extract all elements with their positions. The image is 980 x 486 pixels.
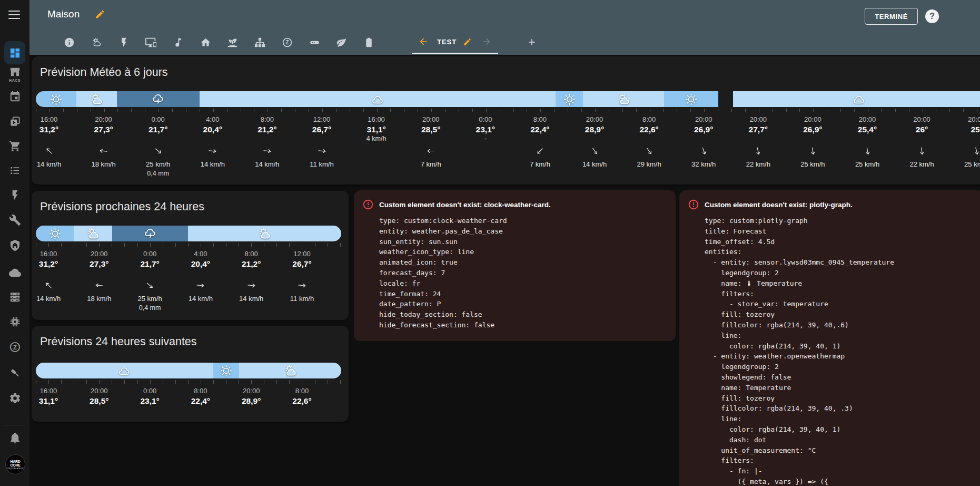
forecast-temp: 25, [951, 125, 980, 135]
forecast-column: 20:0028,9°14 km/h [569, 115, 620, 178]
sidebar-item-settings[interactable] [4, 386, 25, 410]
forecast-sub [242, 135, 292, 143]
wind-direction-icon [460, 143, 511, 158]
edit-view-pencil-icon[interactable] [463, 37, 472, 46]
error-card-plotly-graph[interactable]: Custom element doesn't exist: plotly-gra… [679, 190, 980, 486]
weather-segment-storm [112, 226, 188, 241]
forecast-time: 20:00 [787, 115, 838, 125]
forecast-time: 20:00 [842, 115, 893, 125]
forecast-column: 4:0020,4°14 km/h [187, 115, 238, 178]
sidebar-item-media[interactable] [4, 110, 25, 133]
wind-speed: 25 km/h [133, 160, 183, 170]
weather-next-24h-card[interactable]: Prévisions prochaines 24 heures 16:0031,… [32, 191, 349, 320]
forecast-sub [133, 135, 183, 143]
forecast-temp: 28,9° [226, 396, 276, 406]
forecast-column: 8:0022,4°7 km/h [514, 115, 565, 178]
forecast-time: 20:00 [569, 115, 620, 125]
sidebar-item-developer-tools[interactable] [4, 361, 25, 384]
sidebar-item-tools[interactable] [4, 208, 25, 231]
precipitation [277, 304, 328, 313]
sidebar-item-dashboard[interactable] [4, 41, 25, 64]
sun-weather-icon [219, 364, 233, 378]
tab-icon-battery[interactable] [355, 31, 383, 54]
weather-segment-sunny [36, 91, 76, 107]
done-button[interactable]: TERMINÉ [865, 8, 918, 25]
sidebar-item-cloud[interactable] [4, 261, 25, 284]
sidebar-item-hacs[interactable]: HACS [4, 62, 25, 85]
move-view-left-icon[interactable] [418, 36, 429, 47]
tab-icon-info[interactable] [56, 31, 83, 54]
forecast-temp: 31,2° [23, 259, 74, 269]
sidebar-item-todo-list[interactable] [4, 159, 25, 182]
edit-title-pencil-icon[interactable] [95, 9, 105, 20]
sidebar: HACSZ HARDCOREJUSQU'A LA MORT [0, 0, 29, 486]
error-title: Custom element doesn't exist: clock-weat… [379, 201, 551, 209]
add-view-button[interactable] [520, 31, 543, 54]
forecast-column: 12:0026,7°11 km/h [296, 115, 347, 178]
forecast-time: 0:00 [125, 387, 175, 396]
sidebar-item-esphome[interactable] [4, 310, 25, 333]
alert-circle-icon [688, 199, 699, 210]
forecast-temp: 20,4° [187, 125, 238, 135]
forecast-column: 0:0023,1°- [460, 115, 511, 178]
forecast-column: 20:0026,9°32 km/h [678, 115, 729, 178]
sidebar-item-zigbee[interactable]: Z [4, 335, 25, 358]
weather-forecast-6days-card[interactable]: Prévision Météo à 6 jours 16:0031,2°14 k… [32, 56, 980, 184]
sidebar-item-alarm[interactable] [4, 234, 25, 257]
help-icon[interactable]: ? [925, 9, 939, 23]
weather-segment-sunny [556, 91, 583, 107]
forecast-sub [277, 269, 328, 278]
forecast-time: 16:00 [23, 250, 74, 259]
forecast-column: 20:0027,7°22 km/h [733, 115, 784, 178]
wind-speed: 7 km/h [514, 160, 565, 170]
tab-icon-sitemap[interactable] [246, 31, 274, 54]
wind-direction-icon [897, 143, 947, 158]
error-card-clock-weather[interactable]: Custom element doesn't exist: clock-weat… [354, 190, 676, 341]
forecast-time: 20:00 [951, 115, 980, 125]
sidebar-item-server[interactable] [4, 285, 25, 308]
sidebar-item-energy[interactable] [4, 183, 25, 207]
tab-icon-leaf[interactable] [328, 31, 355, 54]
move-view-right-icon[interactable] [481, 36, 492, 47]
wind-direction-icon [277, 278, 328, 293]
tab-icon-sprout[interactable] [219, 31, 246, 54]
tab-icon-remote[interactable] [301, 31, 328, 54]
tab-icon-devices[interactable] [137, 31, 165, 54]
precipitation: 0,4 mm [133, 170, 183, 178]
precipitation [351, 170, 402, 178]
tab-icon-flash[interactable] [110, 31, 137, 54]
tab-test[interactable]: TEST [412, 31, 498, 54]
notifications-button[interactable] [4, 426, 25, 449]
forecast-temp: 21,7° [125, 259, 175, 269]
sidebar-item-calendar[interactable] [4, 85, 25, 108]
sidebar-item-shopping-cart[interactable] [4, 134, 25, 158]
sun-weather-icon [49, 92, 63, 106]
menu-icon[interactable] [8, 11, 20, 19]
partly-weather-icon [90, 92, 104, 106]
tab-icon-music[interactable] [165, 31, 192, 54]
sun-weather-icon [48, 227, 62, 241]
tab-icon-home[interactable] [192, 31, 219, 54]
forecast-columns: 16:0031,1°20:0028,5°0:0023,1°8:0022,4°20… [32, 387, 349, 422]
active-tab-label: TEST [437, 38, 457, 46]
wind-speed: 18 km/h [74, 295, 124, 304]
forecast-time: 4:00 [187, 115, 238, 125]
wind-direction-icon [569, 143, 620, 158]
precipitation [23, 304, 74, 313]
forecast-sub: - [460, 135, 511, 143]
precipitation [569, 170, 620, 178]
user-avatar[interactable]: HARDCOREJUSQU'A LA MORT [5, 454, 25, 474]
weather-segment-sunny [664, 91, 718, 107]
forecast-temp: 31,2° [24, 125, 74, 135]
tab-icon-zigbee[interactable]: Z [274, 31, 301, 54]
forecast-column: 20:0025,25 km/h [951, 115, 980, 178]
weather-segment-partly [74, 226, 112, 241]
sun-weather-icon [684, 92, 698, 106]
weather-following-24h-card[interactable]: Prévisions 24 heures suivantes 16:0031,1… [32, 326, 349, 422]
wind-speed [351, 160, 402, 170]
forecast-column: 16:0031,1° [23, 387, 74, 406]
precipitation [460, 170, 511, 178]
forecast-sub [514, 135, 565, 143]
tab-icon-weather[interactable] [83, 31, 111, 54]
error-yaml-config: type: custom:plotly-graph title: Forecas… [705, 216, 975, 486]
